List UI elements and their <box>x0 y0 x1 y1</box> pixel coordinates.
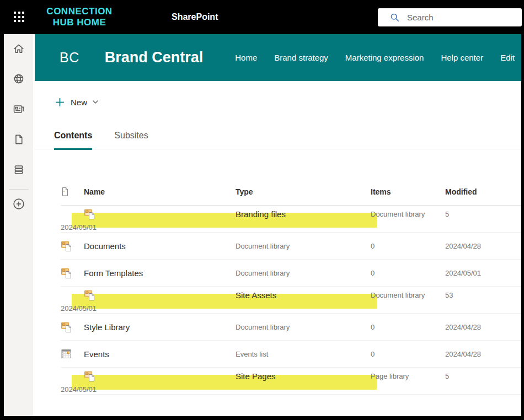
rail-divider <box>9 189 29 190</box>
document-library-icon <box>84 208 236 220</box>
library-icon[interactable] <box>9 163 29 176</box>
document-library-icon <box>84 289 236 301</box>
row-modified: 2024/05/01 <box>445 269 521 277</box>
org-logo-line2: HUB HOME <box>38 17 121 28</box>
globe-icon[interactable] <box>9 72 29 85</box>
row-type: Document library <box>371 291 445 299</box>
row-modified: 2024/04/28 <box>445 242 521 250</box>
row-items: 0 <box>371 269 445 277</box>
site-nav: Home Brand strategy Marketing expression… <box>235 53 521 62</box>
row-items: 0 <box>371 242 445 250</box>
row-type: Page library <box>371 372 445 380</box>
row-type: Document library <box>236 323 371 331</box>
row-modified: 2024/05/01 <box>61 223 84 231</box>
row-items: 5 <box>445 372 521 380</box>
main-content: BC Brand Central Home Brand strategy Mar… <box>35 34 521 416</box>
org-logo[interactable]: CONNECTION HUB HOME <box>38 6 121 28</box>
column-header-items[interactable]: Items <box>371 187 445 196</box>
document-library-icon <box>61 240 84 252</box>
table-header-row: Name Type Items Modified <box>61 179 521 206</box>
table-row[interactable]: Branding files Document library 5 2024/0… <box>61 206 521 233</box>
row-name[interactable]: Documents <box>84 241 236 251</box>
plus-icon <box>55 98 65 107</box>
document-library-icon <box>61 321 84 333</box>
row-items: 0 <box>371 350 445 358</box>
file-type-column-icon <box>61 187 84 197</box>
column-header-modified[interactable]: Modified <box>445 187 521 196</box>
sharepoint-window: CONNECTION HUB HOME SharePoint <box>0 0 524 420</box>
nav-home[interactable]: Home <box>235 53 257 62</box>
table-row[interactable]: Site Assets Document library 53 2024/05/… <box>61 287 521 314</box>
column-header-name[interactable]: Name <box>84 187 236 196</box>
table-row[interactable]: Style Library Document library 0 2024/04… <box>61 314 521 341</box>
search-icon <box>390 13 400 23</box>
site-header: BC Brand Central Home Brand strategy Mar… <box>35 34 521 81</box>
row-type: Events list <box>236 350 371 358</box>
product-name[interactable]: SharePoint <box>172 12 218 22</box>
chevron-down-icon <box>92 100 99 104</box>
nav-marketing-expression[interactable]: Marketing expression <box>345 53 424 62</box>
row-type: Document library <box>236 269 371 277</box>
tab-strip: Contents Subsites <box>35 131 521 149</box>
row-modified: 2024/04/28 <box>445 350 521 358</box>
page-icon[interactable] <box>9 133 29 146</box>
row-name[interactable]: Branding files <box>236 209 371 219</box>
row-name[interactable]: Site Assets <box>236 290 371 300</box>
table-row[interactable]: Events Events list 0 2024/04/28 <box>61 341 521 368</box>
row-modified: 2024/05/01 <box>61 385 84 394</box>
row-items: 0 <box>371 323 445 331</box>
row-items: 53 <box>445 291 521 299</box>
nav-help-center[interactable]: Help center <box>441 53 483 62</box>
row-modified: 2024/04/28 <box>445 323 521 331</box>
page-library-icon <box>84 370 236 382</box>
tab-subsites[interactable]: Subsites <box>114 131 148 149</box>
row-name[interactable]: Form Templates <box>84 268 236 278</box>
document-library-icon <box>61 267 84 279</box>
table-row[interactable]: Site Pages Page library 5 2024/05/01 <box>61 368 521 395</box>
nav-brand-strategy[interactable]: Brand strategy <box>274 53 328 62</box>
row-modified: 2024/05/01 <box>61 304 84 313</box>
site-logo[interactable]: BC <box>60 50 79 66</box>
column-header-type[interactable]: Type <box>236 187 371 196</box>
search-box[interactable] <box>378 8 522 26</box>
site-contents-table: Name Type Items Modified Branding files … <box>35 179 521 395</box>
left-rail <box>4 34 35 416</box>
news-icon[interactable] <box>9 103 29 116</box>
create-plus-icon[interactable] <box>9 197 29 211</box>
row-type: Document library <box>371 210 445 218</box>
search-input[interactable] <box>407 13 501 22</box>
row-type: Document library <box>236 242 371 250</box>
new-button[interactable]: New <box>35 81 521 110</box>
row-items: 5 <box>445 210 521 218</box>
suite-bar: CONNECTION HUB HOME SharePoint <box>0 0 524 34</box>
site-title[interactable]: Brand Central <box>105 49 204 66</box>
tab-contents[interactable]: Contents <box>54 131 92 150</box>
row-name[interactable]: Style Library <box>84 322 236 332</box>
row-name[interactable]: Events <box>84 349 236 359</box>
table-body: Branding files Document library 5 2024/0… <box>61 206 521 395</box>
home-icon[interactable] <box>9 42 29 55</box>
org-logo-line1: CONNECTION <box>38 6 121 17</box>
app-launcher-waffle-icon[interactable] <box>14 12 25 23</box>
row-name[interactable]: Site Pages <box>236 371 371 381</box>
table-row[interactable]: Documents Document library 0 2024/04/28 <box>61 233 521 260</box>
events-icon <box>61 348 84 359</box>
nav-edit[interactable]: Edit <box>500 53 515 62</box>
table-row[interactable]: Form Templates Document library 0 2024/0… <box>61 260 521 287</box>
new-button-label: New <box>71 98 87 107</box>
